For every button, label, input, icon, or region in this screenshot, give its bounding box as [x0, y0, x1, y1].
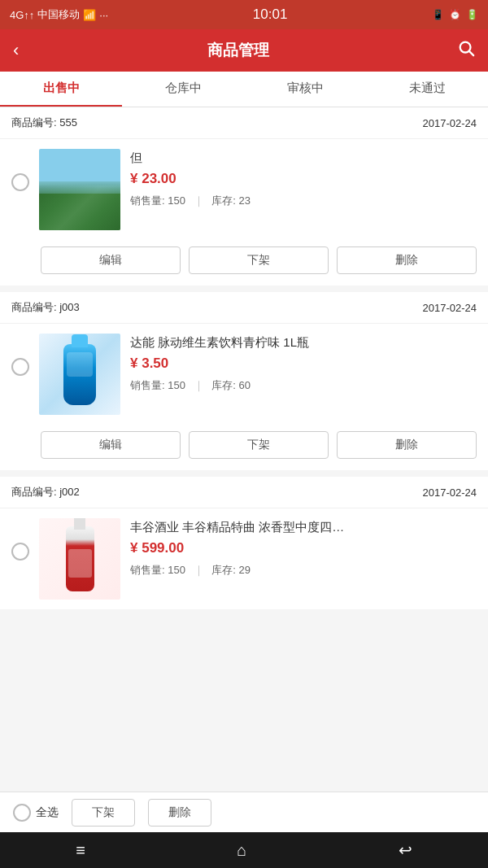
product-list: 商品编号: 555 2017-02-24 但 ¥ 23.00 销售量: 150 … — [0, 107, 488, 868]
bottle-shape — [63, 344, 96, 405]
bottom-delete-button[interactable]: 删除 — [148, 799, 211, 827]
product-name: 但 — [130, 149, 477, 166]
dots-icon: ··· — [99, 9, 108, 21]
back-button[interactable]: ‹ — [13, 40, 19, 61]
search-button[interactable] — [457, 39, 475, 62]
battery-icon: 🔋 — [466, 9, 478, 20]
back-nav-icon[interactable]: ↩ — [399, 840, 412, 860]
product-name: 达能 脉动维生素饮料青柠味 1L瓶 — [130, 334, 477, 351]
product-card: 商品编号: j002 2017-02-24 丰谷酒业 丰谷精品特曲 浓香型中度四… — [0, 477, 488, 609]
product-stats: 销售量: 150 ｜ 库存: 60 — [130, 378, 477, 393]
header: ‹ 商品管理 — [0, 29, 488, 72]
svg-line-1 — [469, 51, 473, 55]
card-header: 商品编号: j003 2017-02-24 — [0, 292, 488, 324]
card-body: 但 ¥ 23.00 销售量: 150 ｜ 库存: 23 — [0, 139, 488, 240]
bottom-off-shelf-button[interactable]: 下架 — [72, 799, 135, 827]
sales-label: 销售量: 150 — [130, 379, 185, 391]
bottom-action-bar: 全选 下架 删除 — [0, 792, 488, 832]
product-date: 2017-02-24 — [423, 486, 477, 499]
tab-on-sale[interactable]: 出售中 — [0, 72, 122, 107]
sales-label: 销售量: 150 — [130, 564, 185, 576]
product-image — [39, 518, 120, 600]
delete-button[interactable]: 删除 — [337, 246, 477, 274]
product-checkbox[interactable] — [11, 173, 29, 191]
card-actions: 编辑 下架 删除 — [0, 425, 488, 470]
divider: ｜ — [194, 194, 204, 207]
product-image — [39, 334, 120, 415]
product-date: 2017-02-24 — [423, 117, 477, 129]
product-stats: 销售量: 150 ｜ 库存: 29 — [130, 563, 477, 578]
status-left: 4G↑↑ 中国移动 📶 ··· — [10, 7, 108, 22]
delete-button[interactable]: 删除 — [337, 431, 477, 459]
edit-button[interactable]: 编辑 — [41, 246, 181, 274]
stock-label: 库存: 23 — [211, 194, 251, 207]
select-all-wrap: 全选 — [13, 804, 59, 822]
product-price: ¥ 23.00 — [130, 171, 477, 187]
stock-label: 库存: 60 — [211, 379, 251, 391]
card-actions: 编辑 下架 删除 — [0, 240, 488, 286]
wifi-icon: 📶 — [83, 9, 96, 21]
select-all-checkbox[interactable] — [13, 804, 31, 822]
product-info: 达能 脉动维生素饮料青柠味 1L瓶 ¥ 3.50 销售量: 150 ｜ 库存: … — [130, 334, 477, 393]
tab-rejected[interactable]: 未通过 — [366, 72, 488, 107]
product-id: 商品编号: 555 — [11, 116, 77, 130]
wine-bottle-shape — [66, 526, 94, 591]
product-name: 丰谷酒业 丰谷精品特曲 浓香型中度四… — [130, 518, 477, 535]
card-body: 达能 脉动维生素饮料青柠味 1L瓶 ¥ 3.50 销售量: 150 ｜ 库存: … — [0, 324, 488, 425]
status-time: 10:01 — [253, 7, 288, 23]
sales-label: 销售量: 150 — [130, 194, 185, 207]
product-price: ¥ 599.00 — [130, 540, 477, 556]
home-icon[interactable]: ⌂ — [237, 841, 246, 860]
product-price: ¥ 3.50 — [130, 355, 477, 372]
product-card: 商品编号: 555 2017-02-24 但 ¥ 23.00 销售量: 150 … — [0, 107, 488, 286]
divider: ｜ — [194, 379, 204, 391]
off-shelf-button[interactable]: 下架 — [189, 246, 329, 274]
status-bar: 4G↑↑ 中国移动 📶 ··· 10:01 📱 ⏰ 🔋 — [0, 0, 488, 29]
product-stats: 销售量: 150 ｜ 库存: 23 — [130, 194, 477, 208]
card-header: 商品编号: j002 2017-02-24 — [0, 477, 488, 508]
alarm-icon: ⏰ — [449, 9, 461, 20]
signal-icon: 4G↑↑ — [10, 9, 34, 21]
card-header: 商品编号: 555 2017-02-24 — [0, 107, 488, 139]
product-info: 但 ¥ 23.00 销售量: 150 ｜ 库存: 23 — [130, 149, 477, 208]
page-title: 商品管理 — [207, 40, 269, 61]
menu-icon[interactable]: ≡ — [76, 841, 85, 860]
product-image — [39, 149, 120, 230]
product-date: 2017-02-24 — [423, 302, 477, 314]
phone-icon: 📱 — [432, 9, 444, 20]
product-id: 商品编号: j002 — [11, 485, 80, 499]
tab-reviewing[interactable]: 审核中 — [244, 72, 366, 107]
carrier-label: 中国移动 — [37, 7, 80, 22]
divider: ｜ — [194, 564, 204, 576]
tabs: 出售中 仓库中 审核中 未通过 — [0, 72, 488, 107]
product-card: 商品编号: j003 2017-02-24 达能 脉动维生素饮料青柠味 1L瓶 … — [0, 292, 488, 470]
product-checkbox[interactable] — [11, 358, 29, 376]
edit-button[interactable]: 编辑 — [41, 431, 181, 459]
tab-warehouse[interactable]: 仓库中 — [122, 72, 244, 107]
product-checkbox[interactable] — [11, 543, 29, 560]
status-right: 📱 ⏰ 🔋 — [432, 9, 478, 20]
off-shelf-button[interactable]: 下架 — [189, 431, 329, 459]
product-info: 丰谷酒业 丰谷精品特曲 浓香型中度四… ¥ 599.00 销售量: 150 ｜ … — [130, 518, 477, 578]
product-id: 商品编号: j003 — [11, 300, 80, 315]
select-all-label: 全选 — [36, 805, 59, 820]
card-body: 丰谷酒业 丰谷精品特曲 浓香型中度四… ¥ 599.00 销售量: 150 ｜ … — [0, 508, 488, 609]
nav-bar: ≡ ⌂ ↩ — [0, 832, 488, 868]
stock-label: 库存: 29 — [211, 564, 251, 576]
